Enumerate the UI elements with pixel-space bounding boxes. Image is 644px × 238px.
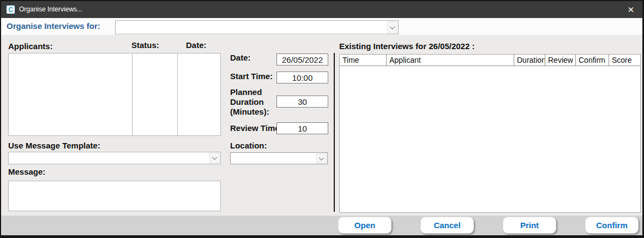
interview-date-label: Date: bbox=[230, 53, 251, 62]
review-time-label: Review Time: bbox=[230, 123, 282, 133]
column-header-score[interactable]: Score bbox=[609, 55, 640, 66]
app-logo-icon: C bbox=[6, 5, 15, 14]
applicants-label: Applicants: bbox=[8, 41, 53, 51]
existing-interviews-table[interactable]: Time Applicant Duration Review Confirm S… bbox=[339, 54, 641, 213]
existing-interviews-title: Existing Interviews for 26/05/2022 : bbox=[339, 41, 474, 51]
start-time-label: Start Time: bbox=[230, 72, 273, 81]
column-header-confirm[interactable]: Confirm bbox=[576, 55, 609, 66]
applicants-listbox[interactable] bbox=[8, 53, 221, 136]
location-combobox[interactable] bbox=[230, 152, 328, 164]
section-divider bbox=[334, 53, 335, 212]
review-time-input[interactable] bbox=[276, 122, 328, 134]
table-header-row: Time Applicant Duration Review Confirm S… bbox=[340, 55, 640, 66]
window-title: Organise Interviews... bbox=[19, 5, 82, 13]
chevron-down-icon[interactable] bbox=[387, 21, 398, 33]
cancel-button[interactable]: Cancel bbox=[420, 217, 474, 234]
message-template-combobox[interactable] bbox=[8, 152, 221, 164]
confirm-button[interactable]: Confirm bbox=[585, 217, 639, 234]
date-column-divider bbox=[177, 53, 178, 135]
organise-for-combobox[interactable] bbox=[115, 20, 399, 34]
column-header-applicant[interactable]: Applicant bbox=[387, 55, 514, 66]
title-bar: C Organise Interviews... ✕ bbox=[1, 1, 642, 18]
status-label: Status: bbox=[131, 40, 159, 50]
chevron-down-icon[interactable] bbox=[316, 153, 327, 163]
close-icon[interactable]: ✕ bbox=[622, 1, 640, 18]
organise-for-label: Organise Interviews for: bbox=[7, 21, 100, 31]
column-header-time[interactable]: Time bbox=[340, 55, 387, 66]
start-time-input[interactable] bbox=[276, 72, 328, 84]
status-column-divider bbox=[132, 53, 133, 135]
column-header-duration[interactable]: Duration bbox=[514, 55, 545, 66]
interview-date-input[interactable] bbox=[276, 53, 328, 66]
planned-duration-input[interactable] bbox=[276, 96, 328, 108]
message-template-label: Use Message Template: bbox=[8, 141, 100, 150]
organise-interviews-dialog: C Organise Interviews... ✕ Organise Inte… bbox=[0, 0, 644, 238]
column-header-review[interactable]: Review bbox=[545, 55, 576, 66]
date-column-label: Date: bbox=[186, 40, 207, 50]
open-button[interactable]: Open bbox=[338, 217, 392, 234]
chevron-down-icon[interactable] bbox=[209, 153, 220, 163]
print-button[interactable]: Print bbox=[503, 217, 556, 234]
location-label: Location: bbox=[230, 141, 267, 150]
planned-duration-label: Planned Duration (Minutes): bbox=[230, 87, 278, 117]
message-textarea[interactable] bbox=[8, 181, 221, 211]
message-label: Message: bbox=[8, 167, 45, 176]
